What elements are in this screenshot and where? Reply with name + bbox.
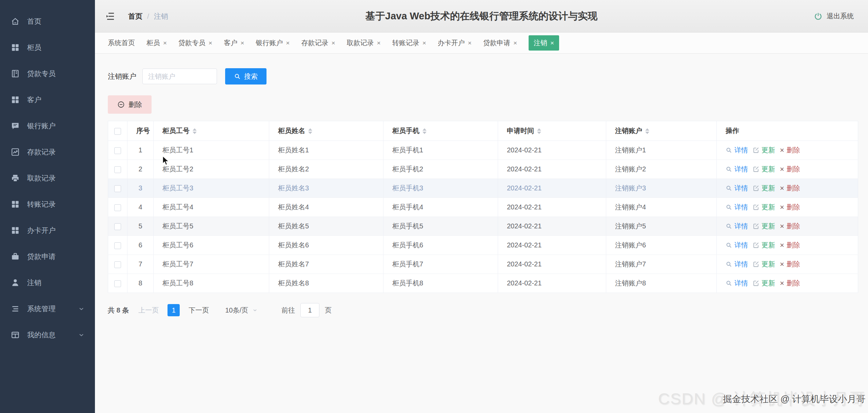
chevron-down-icon xyxy=(78,305,85,312)
next-page-button[interactable]: 下一页 xyxy=(189,306,209,315)
search-button[interactable]: 搜索 xyxy=(225,68,267,85)
tab-transfer-records[interactable]: 转账记录 × xyxy=(392,38,426,48)
update-link[interactable]: 更新 xyxy=(753,222,775,231)
detail-link[interactable]: 详情 xyxy=(726,279,748,288)
row-checkbox[interactable] xyxy=(114,166,121,173)
page-number-button[interactable]: 1 xyxy=(167,304,180,316)
sidebar-item-customer[interactable]: 客户 xyxy=(0,87,95,113)
logout-button[interactable]: 退出系统 xyxy=(814,12,854,21)
delete-link[interactable]: × 删除 xyxy=(780,279,800,288)
sidebar-item-deposit-records[interactable]: 存款记录 xyxy=(0,139,95,165)
delete-link[interactable]: × 删除 xyxy=(780,241,800,250)
sidebar-item-transfer-records[interactable]: 转账记录 xyxy=(0,191,95,217)
sort-caret-icon[interactable] xyxy=(308,128,312,134)
delete-link[interactable]: × 删除 xyxy=(780,184,800,193)
sort-caret-icon[interactable] xyxy=(537,128,541,134)
tab-loan-application[interactable]: 贷款申请 × xyxy=(483,38,517,48)
row-checkbox[interactable] xyxy=(114,185,121,192)
sort-caret-icon[interactable] xyxy=(645,128,649,134)
table-row: 8 柜员工号8 柜员姓名8 柜员手机8 2024-02-21 注销账户8 详情 … xyxy=(108,274,858,293)
update-link[interactable]: 更新 xyxy=(753,146,775,155)
table-row: 1 柜员工号1 柜员姓名1 柜员手机1 2024-02-21 注销账户1 详情 … xyxy=(108,141,858,160)
tab-teller[interactable]: 柜员 × xyxy=(146,38,167,48)
row-checkbox[interactable] xyxy=(114,242,121,249)
delete-link[interactable]: × 删除 xyxy=(780,203,800,212)
delete-link[interactable]: × 删除 xyxy=(780,146,800,155)
col-header-actions: 操作 xyxy=(717,121,858,141)
close-tab-icon[interactable]: × xyxy=(377,40,381,46)
sidebar-item-bank-account[interactable]: 银行账户 xyxy=(0,113,95,139)
goto-page-input[interactable] xyxy=(300,303,319,317)
row-checkbox[interactable] xyxy=(114,147,121,154)
row-checkbox[interactable] xyxy=(114,204,121,211)
close-tab-icon[interactable]: × xyxy=(468,40,472,46)
update-link[interactable]: 更新 xyxy=(753,203,775,212)
sidebar-item-label: 存款记录 xyxy=(27,147,56,157)
detail-link[interactable]: 详情 xyxy=(726,260,748,269)
tab-label: 转账记录 xyxy=(392,38,419,48)
sort-caret-icon[interactable] xyxy=(422,128,427,134)
row-checkbox[interactable] xyxy=(114,280,121,287)
detail-link[interactable]: 详情 xyxy=(726,203,748,212)
tab-withdraw-records[interactable]: 取款记录 × xyxy=(347,38,381,48)
tab-bank-account[interactable]: 银行账户 × xyxy=(256,38,290,48)
search-input[interactable] xyxy=(142,69,217,84)
close-tab-icon[interactable]: × xyxy=(550,40,554,46)
detail-link[interactable]: 详情 xyxy=(726,146,748,155)
sidebar-item-label: 贷款专员 xyxy=(27,69,56,78)
tab-card-opening[interactable]: 办卡开户 × xyxy=(438,38,472,48)
sidebar-item-my-info[interactable]: 我的信息 xyxy=(0,322,95,348)
cell-staff-name: 柜员姓名5 xyxy=(269,217,383,236)
sidebar-item-label: 柜员 xyxy=(27,43,41,52)
tab-logout-account[interactable]: 注销 × xyxy=(529,35,559,51)
detail-link[interactable]: 详情 xyxy=(726,165,748,174)
detail-link[interactable]: 详情 xyxy=(726,184,748,193)
bulk-delete-button[interactable]: 删除 xyxy=(108,95,152,114)
sort-caret-icon[interactable] xyxy=(193,128,197,134)
page-size-select[interactable]: 10条/页 xyxy=(225,306,258,315)
detail-link[interactable]: 详情 xyxy=(726,222,748,231)
select-all-checkbox[interactable] xyxy=(114,128,121,135)
sidebar-item-withdraw-records[interactable]: 取款记录 xyxy=(0,165,95,191)
update-link[interactable]: 更新 xyxy=(753,241,775,250)
cell-apply-time: 2024-02-21 xyxy=(498,236,606,255)
sidebar-item-logout-account[interactable]: 注销 xyxy=(0,269,95,296)
close-tab-icon[interactable]: × xyxy=(513,40,517,46)
search-field-label: 注销账户 xyxy=(108,72,136,81)
close-tab-icon[interactable]: × xyxy=(331,40,335,46)
tab-bar: 系统首页 柜员 × 贷款专员 × 客户 × 银行账户 × 存款记录 × 取款记录… xyxy=(95,33,868,54)
sidebar-item-loan-officer[interactable]: 贷款专员 xyxy=(0,60,95,87)
sidebar-item-system-management[interactable]: 系统管理 xyxy=(0,296,95,322)
bulk-delete-label: 删除 xyxy=(129,100,142,109)
close-tab-icon[interactable]: × xyxy=(163,40,167,46)
sidebar-item-loan-application[interactable]: 贷款申请 xyxy=(0,243,95,269)
breadcrumb-home[interactable]: 首页 xyxy=(128,12,142,21)
edit-icon xyxy=(753,185,759,191)
close-tab-icon[interactable]: × xyxy=(209,40,212,46)
close-tab-icon[interactable]: × xyxy=(422,40,426,46)
tab-system-home[interactable]: 系统首页 xyxy=(108,38,135,48)
row-checkbox[interactable] xyxy=(114,223,121,230)
tab-loan-officer[interactable]: 贷款专员 × xyxy=(178,38,212,48)
grid-icon xyxy=(11,200,20,209)
detail-link[interactable]: 详情 xyxy=(726,241,748,250)
update-link[interactable]: 更新 xyxy=(753,184,775,193)
sidebar-item-teller[interactable]: 柜员 xyxy=(0,34,95,60)
close-tab-icon[interactable]: × xyxy=(286,40,290,46)
sidebar-item-home[interactable]: 首页 xyxy=(0,8,95,34)
tab-customer[interactable]: 客户 × xyxy=(224,38,244,48)
row-checkbox[interactable] xyxy=(114,261,121,268)
sidebar-item-card-opening[interactable]: 办卡开户 xyxy=(0,217,95,243)
sidebar-item-label: 取款记录 xyxy=(27,173,56,183)
prev-page-button[interactable]: 上一页 xyxy=(138,306,159,315)
update-link[interactable]: 更新 xyxy=(753,165,775,174)
tab-deposit-records[interactable]: 存款记录 × xyxy=(301,38,335,48)
close-tab-icon[interactable]: × xyxy=(240,40,244,46)
col-header-checkbox xyxy=(108,121,127,141)
update-link[interactable]: 更新 xyxy=(753,260,775,269)
delete-link[interactable]: × 删除 xyxy=(780,165,800,174)
delete-link[interactable]: × 删除 xyxy=(780,222,800,231)
update-link[interactable]: 更新 xyxy=(753,279,775,288)
collapse-menu-icon[interactable] xyxy=(105,11,116,22)
delete-link[interactable]: × 删除 xyxy=(780,260,800,269)
